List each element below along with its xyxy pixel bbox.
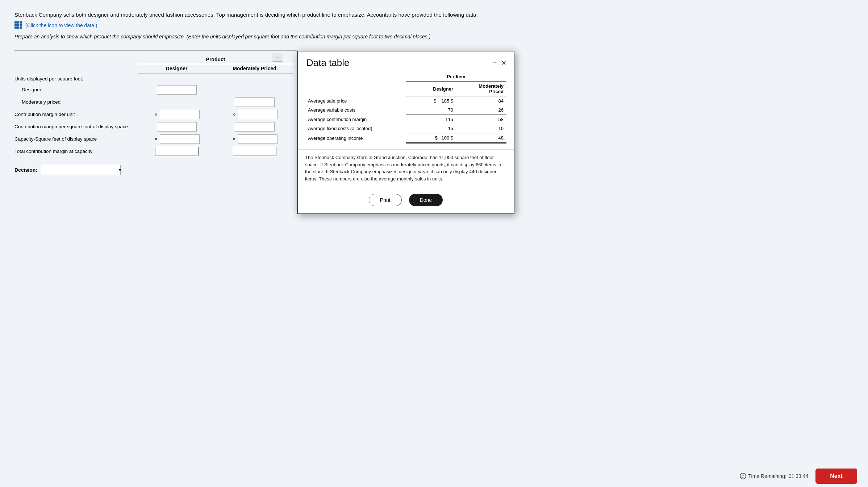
moderately-cm-input[interactable] bbox=[238, 110, 277, 119]
moderately-cm-sqft-input[interactable] bbox=[235, 122, 275, 132]
moderately-units-input[interactable] bbox=[235, 97, 275, 107]
product-header: Product bbox=[138, 57, 293, 64]
dt-mod-fixed: 10 bbox=[456, 124, 506, 133]
label-designer: Designer bbox=[14, 87, 138, 92]
print-button[interactable]: Print bbox=[369, 194, 402, 206]
dt-designer-var-costs: 70 bbox=[406, 105, 456, 115]
main-content: Stenback Company sells both designer and… bbox=[0, 0, 868, 487]
modal-title: Data table bbox=[306, 57, 350, 68]
dt-row-variable-costs: Average variable costs 70 26 bbox=[305, 105, 506, 115]
modal-minimize-button[interactable]: − bbox=[493, 59, 497, 67]
designer-capacity-input[interactable] bbox=[160, 134, 200, 144]
row-total-cm: Total contribution margin at capacity bbox=[14, 145, 297, 158]
designer-units-input[interactable] bbox=[157, 85, 197, 95]
row-units-section: Units displayed per square foot: bbox=[14, 74, 297, 84]
designer-capacity-cell: × bbox=[138, 134, 216, 144]
moderately-capacity-cell: × bbox=[216, 134, 293, 144]
dt-mod-op-income: 48 bbox=[456, 133, 506, 143]
decision-row: Decision: Emphasize Designer Emphasize M… bbox=[14, 165, 297, 175]
times-moderately-cap: × bbox=[231, 136, 236, 142]
dt-label-operating-income: Average operating income bbox=[305, 133, 406, 143]
column-headers: Designer Moderately Priced bbox=[138, 64, 293, 74]
modal-close-button[interactable]: ✕ bbox=[501, 59, 506, 67]
row-cm-per-unit: Contribution margin per unit × × bbox=[14, 108, 297, 121]
row-capacity: Capacity-Square feet of display space × … bbox=[14, 133, 297, 145]
times-moderately-cm: × bbox=[231, 112, 236, 117]
data-table-container: Per Item Designer ModeratelyPriced Avera… bbox=[298, 72, 514, 149]
dt-mod-contrib: 58 bbox=[456, 115, 506, 124]
timer-label: Time Remaining: bbox=[748, 473, 786, 479]
data-table-modal: Data table − ✕ Per Item Designer Moderat… bbox=[297, 51, 514, 214]
moderately-cm-cell: × bbox=[216, 110, 293, 119]
moderately-total-cell[interactable] bbox=[216, 147, 293, 156]
label-capacity: Capacity-Square feet of display space bbox=[14, 136, 138, 142]
dt-row-contrib-margin: Average contribution margin 115 58 bbox=[305, 115, 506, 124]
designer-cm-sqft-input[interactable] bbox=[157, 122, 197, 132]
col-designer-header: Designer bbox=[138, 66, 216, 71]
input-designer-units[interactable] bbox=[138, 85, 216, 95]
designer-cm-input[interactable] bbox=[160, 110, 200, 119]
decision-label: Decision: bbox=[14, 167, 37, 173]
dt-label-variable-costs: Average variable costs bbox=[305, 105, 406, 115]
dt-label-contrib-margin: Average contribution margin bbox=[305, 115, 406, 124]
done-button[interactable]: Done bbox=[409, 194, 443, 206]
modal-footer: Print Done bbox=[298, 188, 514, 213]
col-moderately-header: Moderately Priced bbox=[216, 66, 293, 71]
row-cm-sqft: Contribution margin per square foot of d… bbox=[14, 121, 297, 133]
timer-icon: ⏱ bbox=[740, 473, 746, 479]
click-icon-text[interactable]: (Click the icon to view the data.) bbox=[25, 22, 97, 28]
dt-row-fixed-costs: Average fixed costs (allocated) 15 10 bbox=[305, 124, 506, 133]
row-moderately: Moderately priced bbox=[14, 96, 297, 108]
per-item-header: Per Item bbox=[406, 72, 506, 82]
row-designer: Designer bbox=[14, 84, 297, 96]
designer-cm-cell: × bbox=[138, 110, 216, 119]
designer-total-input[interactable] bbox=[155, 147, 199, 156]
label-cm-per-unit: Contribution margin per unit bbox=[14, 112, 138, 117]
next-button[interactable]: Next bbox=[815, 469, 857, 484]
times-designer-cap: × bbox=[154, 136, 158, 142]
row-label-units: Units displayed per square foot: bbox=[14, 76, 138, 82]
moderately-total-input[interactable] bbox=[233, 147, 276, 156]
decision-select-wrapper[interactable]: Emphasize Designer Emphasize Moderately … bbox=[41, 165, 124, 175]
dt-designer-contrib: 115 bbox=[406, 115, 456, 124]
moderately-cm-sqft-cell[interactable] bbox=[216, 122, 293, 132]
dt-designer-sale-price: $ 185 $ bbox=[406, 96, 456, 106]
dt-designer-fixed: 15 bbox=[406, 124, 456, 133]
timer-section: ⏱ Time Remaining: 01:33:44 bbox=[740, 473, 809, 479]
col-moderately-dt: ModeratelyPriced bbox=[456, 82, 506, 96]
data-table: Per Item Designer ModeratelyPriced Avera… bbox=[305, 72, 506, 143]
dt-label-fixed-costs: Average fixed costs (allocated) bbox=[305, 124, 406, 133]
intro-main-text: Stenback Company sells both designer and… bbox=[14, 11, 854, 19]
label-total-cm: Total contribution margin at capacity bbox=[14, 149, 138, 154]
ellipsis-button[interactable]: ··· bbox=[272, 54, 283, 62]
label-moderately: Moderately priced bbox=[14, 99, 138, 105]
modal-header: Data table − ✕ bbox=[298, 51, 514, 72]
dt-designer-op-income: $ 100 $ bbox=[406, 133, 456, 143]
designer-total-cell[interactable] bbox=[138, 147, 216, 156]
bottom-bar: ⏱ Time Remaining: 01:33:44 Next bbox=[723, 465, 868, 487]
dt-label-sale-price: Average sale price bbox=[305, 96, 406, 106]
dt-row-sale-price: Average sale price $ 185 $ 84 bbox=[305, 96, 506, 106]
times-designer-cm: × bbox=[154, 112, 158, 117]
decision-select[interactable]: Emphasize Designer Emphasize Moderately … bbox=[41, 165, 121, 175]
analysis-section: Product Designer Moderately Priced Units… bbox=[14, 50, 297, 175]
narrative-text: The Stenback Company store in Grand Junc… bbox=[298, 149, 514, 188]
click-icon-row: (Click the icon to view the data.) bbox=[14, 21, 854, 29]
modal-controls: − ✕ bbox=[493, 59, 506, 67]
dt-mod-sale-price: 84 bbox=[456, 96, 506, 106]
col-designer-dt: Designer bbox=[406, 82, 456, 96]
label-cm-sqft: Contribution margin per square foot of d… bbox=[14, 124, 138, 129]
designer-cm-sqft-cell[interactable] bbox=[138, 122, 216, 132]
top-divider bbox=[14, 50, 297, 51]
dt-mod-var-costs: 26 bbox=[456, 105, 506, 115]
dt-row-operating-income: Average operating income $ 100 $ 48 bbox=[305, 133, 506, 143]
input-moderately-units[interactable] bbox=[216, 97, 293, 107]
prepare-text: Prepare an analysis to show which produc… bbox=[14, 34, 854, 39]
data-grid-icon[interactable] bbox=[14, 21, 22, 29]
moderately-capacity-input[interactable] bbox=[238, 134, 277, 144]
timer-value: 01:33:44 bbox=[789, 473, 809, 479]
